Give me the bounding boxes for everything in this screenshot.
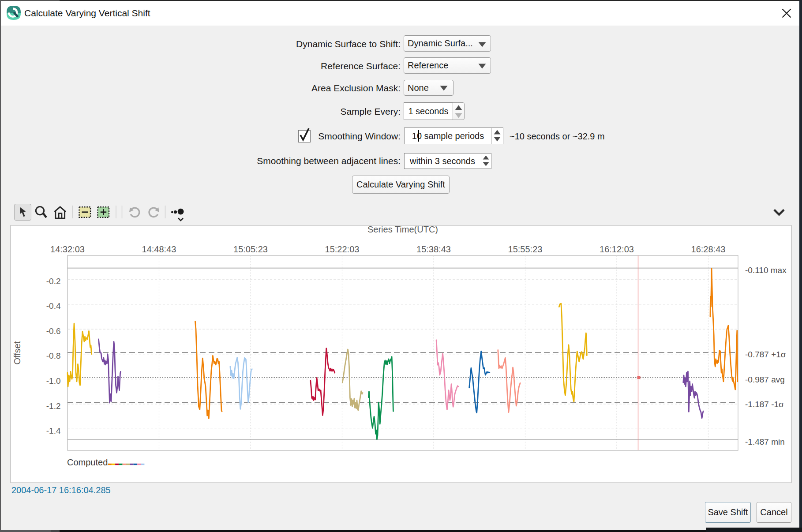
svg-text:-0.2: -0.2 xyxy=(46,277,61,286)
svg-text:15:38:43: 15:38:43 xyxy=(416,244,451,254)
svg-text:-1.487 min: -1.487 min xyxy=(745,437,785,446)
svg-text:15:55:23: 15:55:23 xyxy=(508,244,543,254)
svg-text:Offset: Offset xyxy=(12,341,22,364)
svg-text:15:05:23: 15:05:23 xyxy=(233,244,268,254)
svg-text:14:48:43: 14:48:43 xyxy=(142,244,176,254)
svg-text:-1.4: -1.4 xyxy=(46,426,61,435)
svg-text:-1.0: -1.0 xyxy=(46,376,61,386)
svg-text:-1.2: -1.2 xyxy=(46,401,61,411)
svg-text:-0.8: -0.8 xyxy=(46,351,61,360)
svg-text:Series Time(UTC): Series Time(UTC) xyxy=(367,225,438,234)
svg-text:16:12:03: 16:12:03 xyxy=(600,244,634,254)
svg-text:Computed: Computed xyxy=(67,457,108,467)
svg-text:-0.787 +1σ: -0.787 +1σ xyxy=(745,350,786,359)
svg-text:-0.6: -0.6 xyxy=(46,326,61,336)
svg-text:14:32:03: 14:32:03 xyxy=(50,244,85,254)
svg-text:-0.987 avg: -0.987 avg xyxy=(745,375,785,384)
svg-text:15:22:03: 15:22:03 xyxy=(325,244,360,254)
svg-text:16:28:43: 16:28:43 xyxy=(691,244,726,254)
svg-text:-1.187 -1σ: -1.187 -1σ xyxy=(745,400,784,409)
svg-text:-0.110 max: -0.110 max xyxy=(745,266,787,275)
svg-text:-0.4: -0.4 xyxy=(46,301,61,311)
